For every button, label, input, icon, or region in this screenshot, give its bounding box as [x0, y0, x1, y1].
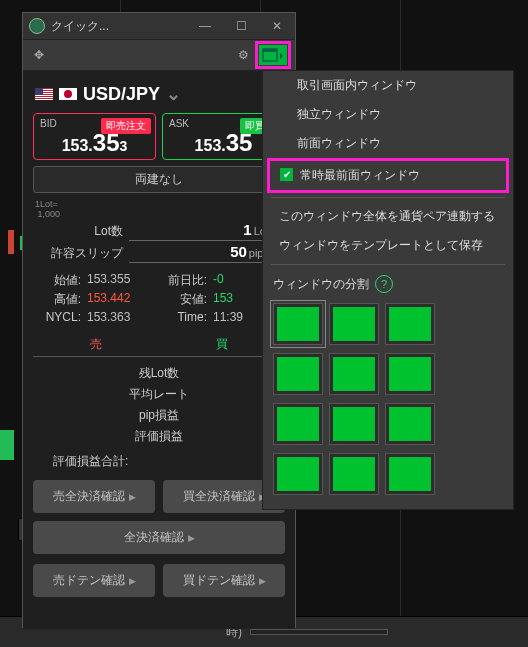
lot-label: Lot数 — [33, 223, 129, 240]
lot-input[interactable]: 1 Lot — [129, 221, 271, 241]
menu-independent-window[interactable]: 独立ウィンドウ — [263, 100, 513, 129]
toolbar: ✥ ⚙ — [23, 39, 295, 71]
chevron-down-icon: ⌄ — [166, 83, 181, 105]
layout-2x2[interactable] — [329, 353, 379, 395]
menu-separator — [271, 264, 505, 265]
bid-box[interactable]: BID 即売注文 153. 35 3 — [33, 113, 156, 160]
slip-label: 許容スリップ — [33, 245, 129, 262]
layout-2v-split[interactable] — [385, 353, 435, 395]
buy-doten-button[interactable]: 買ドテン確認▶ — [163, 564, 285, 597]
window-title: クイック... — [51, 18, 187, 35]
close-button[interactable]: ✕ — [259, 13, 295, 39]
menu-front-window[interactable]: 前面ウィンドウ — [263, 129, 513, 158]
help-icon[interactable]: ? — [375, 275, 393, 293]
flag-us-icon — [35, 88, 53, 100]
move-icon[interactable]: ✥ — [27, 44, 51, 66]
slip-input[interactable]: 50 pips — [129, 243, 271, 263]
panel-body: USD/JPY ⌄ BID 即売注文 153. 35 3 ASK 即買注 153… — [23, 71, 295, 629]
menu-split-header: ウィンドウの分割 ? — [263, 269, 513, 299]
quick-panel: クイック... — ☐ ✕ ✥ ⚙ USD/JPY ⌄ BI — [22, 12, 296, 628]
window-mode-menu: 取引画面内ウィンドウ 独立ウィンドウ 前面ウィンドウ ✔ 常時最前面ウィンドウ … — [262, 70, 514, 510]
layout-2x1[interactable] — [273, 353, 323, 395]
app-icon — [29, 18, 45, 34]
gear-icon[interactable]: ⚙ — [231, 44, 255, 66]
close-all-button[interactable]: 全決済確認▶ — [33, 521, 285, 554]
summary-block: 残Lot数 平均レート pip損益 評価損益 評価損益合計: — [33, 363, 285, 470]
ryoudate-button[interactable]: 両建なし — [33, 166, 285, 193]
layout-2h-split[interactable] — [273, 403, 323, 445]
pair-selector[interactable]: USD/JPY ⌄ — [33, 81, 285, 113]
layout-1x1[interactable] — [273, 303, 323, 345]
window-mode-button[interactable] — [259, 45, 287, 65]
menu-always-on-top[interactable]: ✔ 常時最前面ウィンドウ — [267, 158, 509, 193]
layout-2x3[interactable] — [329, 453, 379, 495]
minimize-button[interactable]: — — [187, 13, 223, 39]
layout-1x2[interactable] — [329, 303, 379, 345]
pair-symbol: USD/JPY — [83, 84, 160, 105]
layout-3x3[interactable] — [385, 453, 435, 495]
layout-2x3b[interactable] — [385, 403, 435, 445]
menu-in-app-window[interactable]: 取引画面内ウィンドウ — [263, 71, 513, 100]
layout-2x3a[interactable] — [329, 403, 379, 445]
menu-separator — [271, 197, 505, 198]
bid-tag: 即売注文 — [101, 118, 151, 134]
sell-doten-button[interactable]: 売ドテン確認▶ — [33, 564, 155, 597]
sell-close-all-button[interactable]: 売全決済確認▶ — [33, 480, 155, 513]
flag-jp-icon — [59, 88, 77, 100]
menu-link-pair[interactable]: このウィンドウ全体を通貨ペア連動する — [263, 202, 513, 231]
layout-1x3[interactable] — [385, 303, 435, 345]
svg-rect-1 — [263, 49, 277, 52]
layout-grid — [263, 299, 513, 499]
layout-3x2[interactable] — [273, 453, 323, 495]
check-icon: ✔ — [280, 168, 293, 181]
titlebar[interactable]: クイック... — ☐ ✕ — [23, 13, 295, 39]
status-field[interactable] — [250, 629, 388, 635]
window-mode-highlight — [255, 41, 291, 69]
buy-sell-header: 売 買 — [33, 333, 285, 357]
stats-block: 始値: 153.355 前日比: -0 高値: 153.442 安値: 153 … — [33, 271, 285, 325]
lot-note: 1Lot= 1,000 — [35, 199, 285, 219]
maximize-button[interactable]: ☐ — [223, 13, 259, 39]
sell-header: 売 — [33, 333, 159, 356]
menu-save-template[interactable]: ウィンドウをテンプレートとして保存 — [263, 231, 513, 260]
